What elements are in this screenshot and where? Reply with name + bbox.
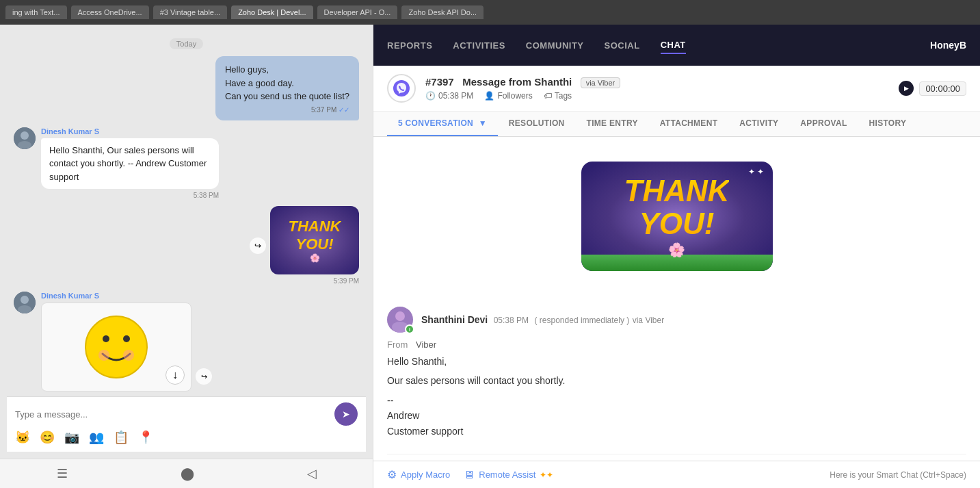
svg-point-7	[103, 335, 109, 342]
avatar-badge-1: i	[405, 324, 414, 334]
chat-input-area: ➤ 🐱 😊 📷 👥 📋 📍	[7, 396, 366, 452]
apply-macro-label: Apply Macro	[401, 470, 450, 480]
entry-from-row-1: From Viber	[387, 339, 966, 350]
tab-attachment[interactable]: ATTACHMENT	[649, 112, 729, 136]
viber-channel-icon	[387, 74, 416, 103]
browser-tab-5[interactable]: Developer API - O...	[317, 5, 398, 19]
agent-message: Dinesh Kumar S Hello Shanthi, Our sales …	[14, 127, 359, 200]
entry-responded-1: ( responded immediately )	[535, 316, 630, 325]
tab-activity[interactable]: ACTIVITY	[728, 112, 789, 136]
browser-tab-6[interactable]: Zoho Desk API Do...	[401, 5, 484, 19]
tab-conversation[interactable]: 5 CONVERSATION ▼	[387, 112, 498, 136]
browser-tab-4[interactable]: Zoho Desk | Devel...	[231, 5, 313, 19]
outgoing-message-text: Hello guys,Have a good day.Can you send …	[225, 63, 349, 103]
smiley-sticker: ↓ ↪	[41, 303, 191, 391]
camera-tool-icon[interactable]: 📷	[64, 430, 79, 445]
chat-messages: Today Hello guys,Have a good day.Can you…	[7, 31, 366, 396]
desk-panel: REPORTS ACTIVITIES COMMUNITY SOCIAL CHAT…	[373, 25, 980, 488]
hamburger-menu-btn[interactable]: ☰	[57, 466, 68, 481]
entry-via-1: via Viber	[633, 316, 664, 325]
outgoing-sticker: ↪ THANK YOU! 🌸 5:39 PM	[270, 206, 359, 285]
clock-icon: 🕐	[425, 91, 436, 101]
back-btn[interactable]: ◁	[307, 466, 317, 481]
entry-from-value-1: Viber	[416, 339, 436, 350]
smart-chat-hint: Here is your Smart Chat (Ctrl+Space)	[830, 470, 966, 480]
followers-btn[interactable]: 👤 Followers	[484, 91, 532, 101]
checkmarks-icon: ✓✓	[339, 106, 349, 114]
svg-point-6	[85, 316, 147, 378]
apply-macro-btn[interactable]: ⚙ Apply Macro	[387, 468, 450, 481]
phone-panel: Today Hello guys,Have a good day.Can you…	[0, 25, 373, 488]
desk-nav: REPORTS ACTIVITIES COMMUNITY SOCIAL CHAT…	[373, 25, 980, 66]
send-button[interactable]: ➤	[334, 402, 358, 426]
entry-body-1: Hello Shanthi, Our sales persons will co…	[387, 354, 966, 439]
remote-assist-btn[interactable]: 🖥 Remote Assist ✦✦	[464, 469, 553, 481]
forward-sticker-btn[interactable]: ↪	[196, 368, 212, 385]
browser-tab-2[interactable]: Access OneDrive...	[71, 5, 149, 19]
svg-point-13	[395, 311, 405, 321]
nav-item-chat[interactable]: CHAT	[661, 37, 686, 54]
ticket-title-row: #7397 Message from Shanthi via Viber	[425, 76, 889, 88]
macro-icon: ⚙	[387, 468, 397, 481]
agent-sticker-name: Dinesh Kumar S	[41, 292, 191, 300]
svg-point-2	[18, 141, 31, 149]
home-btn[interactable]: ⬤	[181, 466, 194, 481]
tab-chevron-icon: ▼	[479, 118, 487, 128]
browser-tab-3[interactable]: #3 Vintage table...	[153, 5, 227, 19]
outgoing-message-bubble: Hello guys,Have a good day.Can you send …	[215, 56, 359, 120]
nav-item-activities[interactable]: ACTIVITIES	[453, 38, 505, 53]
message-entry-shanthini: i Shanthini Devi 05:38 PM ( responded im…	[387, 296, 966, 454]
browser-tab-1[interactable]: ing with Text...	[5, 5, 67, 19]
tab-time-entry[interactable]: TIME ENTRY	[576, 112, 649, 136]
emoji-tool-icon[interactable]: 😊	[40, 430, 55, 445]
tab-history[interactable]: HISTORY	[858, 112, 918, 136]
followers-icon: 👤	[484, 91, 494, 101]
svg-point-1	[21, 131, 29, 140]
ticket-tabs: 5 CONVERSATION ▼ RESOLUTION TIME ENTRY A…	[373, 112, 980, 137]
browser-tab-bar: ing with Text... Access OneDrive... #3 V…	[0, 0, 980, 25]
phone-container: Today Hello guys,Have a good day.Can you…	[0, 25, 373, 459]
send-icon: ➤	[342, 409, 350, 420]
nav-item-community[interactable]: COMMUNITY	[526, 38, 584, 53]
timer-display: 00:00:00	[919, 81, 966, 96]
via-badge: via Viber	[581, 77, 621, 88]
chat-input-row: ➤	[15, 402, 358, 426]
agent-bubble: Hello Shanthi, Our sales persons will co…	[41, 138, 219, 190]
tab-approval[interactable]: APPROVAL	[789, 112, 858, 136]
sticker-tool-icon[interactable]: 🐱	[15, 430, 30, 445]
doc-tool-icon[interactable]: 📋	[114, 430, 129, 445]
people-tool-icon[interactable]: 👥	[89, 430, 104, 445]
chat-text-input[interactable]	[15, 409, 329, 420]
nav-item-reports[interactable]: REPORTS	[387, 38, 432, 53]
agent-sticker-content: Dinesh Kumar S ↓	[41, 292, 191, 391]
ticket-header: #7397 Message from Shanthi via Viber 🕐 0…	[373, 66, 980, 112]
thank-you-sticker-small: THANK YOU! 🌸	[270, 206, 359, 274]
entry-time-1: 05:38 PM	[494, 316, 529, 325]
tags-btn[interactable]: 🏷 Tags	[544, 91, 572, 101]
thank-you-sticker-large: THANK YOU! 🌸 ✦ ✦	[581, 162, 773, 271]
location-tool-icon[interactable]: 📍	[138, 430, 153, 445]
timer-controls: ▶ 00:00:00	[899, 81, 966, 96]
outgoing-message-time: 5:37 PM ✓✓	[225, 106, 349, 114]
message-entry-shanthi: SH i Shanthi 05:38 PM ( 4 minutes ago ) …	[387, 454, 966, 461]
timer-play-btn[interactable]: ▶	[899, 81, 914, 96]
ticket-meta: 🕐 05:38 PM 👤 Followers 🏷 Tags	[425, 91, 889, 101]
nav-brand: HoneyB	[930, 40, 966, 51]
nav-item-social[interactable]: SOCIAL	[605, 38, 640, 53]
agent-message-content: Dinesh Kumar S Hello Shanthi, Our sales …	[41, 127, 219, 200]
remote-assist-label: Remote Assist	[479, 470, 535, 480]
stars-decoration: ✦ ✦	[748, 167, 764, 177]
agent-time: 5:38 PM	[41, 192, 219, 199]
svg-point-9	[98, 350, 109, 361]
remote-icon: 🖥	[464, 469, 475, 481]
download-sticker-btn[interactable]: ↓	[165, 365, 185, 385]
message-entry-meta-1: Shanthini Devi 05:38 PM ( responded imme…	[421, 313, 664, 326]
svg-point-5	[18, 305, 31, 313]
svg-point-4	[21, 296, 29, 304]
sticker-forward-btn[interactable]: ↪	[250, 237, 266, 254]
agent-sticker-avatar	[14, 292, 36, 313]
tab-resolution[interactable]: RESOLUTION	[498, 112, 576, 136]
sender-name-1: Shanthini Devi	[421, 314, 488, 325]
ticket-time: 🕐 05:38 PM	[425, 91, 473, 101]
date-badge: Today	[170, 38, 203, 49]
